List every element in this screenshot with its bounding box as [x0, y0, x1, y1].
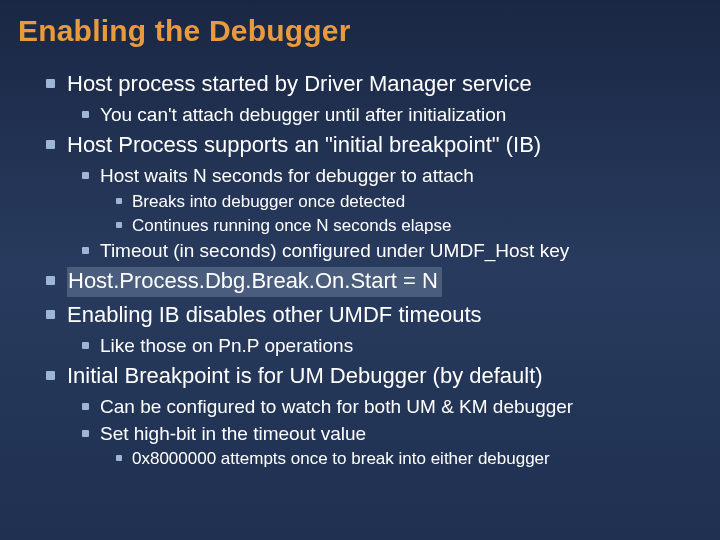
bullet-icon: [46, 276, 55, 285]
bullet-text: Breaks into debugger once detected: [132, 191, 405, 213]
bullet-l3: Breaks into debugger once detected: [116, 191, 720, 213]
bullet-l1: Enabling IB disables other UMDF timeouts: [46, 301, 720, 330]
bullet-icon: [116, 222, 122, 228]
bullet-text: Set high-bit in the timeout value: [100, 422, 366, 447]
bullet-icon: [46, 310, 55, 319]
bullet-text: Host process started by Driver Manager s…: [67, 70, 532, 99]
bullet-l2: Set high-bit in the timeout value: [82, 422, 720, 447]
slide-title: Enabling the Debugger: [0, 0, 720, 48]
bullet-icon: [82, 247, 89, 254]
bullet-text: Host Process supports an "initial breakp…: [67, 131, 541, 160]
bullet-text: Initial Breakpoint is for UM Debugger (b…: [67, 362, 543, 391]
bullet-icon: [82, 111, 89, 118]
bullet-icon: [46, 79, 55, 88]
bullet-text: Host waits N seconds for debugger to att…: [100, 164, 474, 189]
bullet-l1: Initial Breakpoint is for UM Debugger (b…: [46, 362, 720, 391]
bullet-icon: [46, 371, 55, 380]
bullet-l3: 0x8000000 attempts once to break into ei…: [116, 448, 720, 470]
bullet-icon: [82, 403, 89, 410]
bullet-l1: Host process started by Driver Manager s…: [46, 70, 720, 99]
bullet-l3: Continues running once N seconds elapse: [116, 215, 720, 237]
slide-content: Host process started by Driver Manager s…: [0, 48, 720, 470]
bullet-icon: [82, 430, 89, 437]
bullet-l2: Can be configured to watch for both UM &…: [82, 395, 720, 420]
bullet-text: 0x8000000 attempts once to break into ei…: [132, 448, 550, 470]
bullet-l1: Host Process supports an "initial breakp…: [46, 131, 720, 160]
slide: Enabling the Debugger Host process start…: [0, 0, 720, 540]
bullet-text: Continues running once N seconds elapse: [132, 215, 451, 237]
bullet-icon: [116, 455, 122, 461]
bullet-l2: Like those on Pn.P operations: [82, 334, 720, 359]
bullet-text: Enabling IB disables other UMDF timeouts: [67, 301, 482, 330]
bullet-text: Can be configured to watch for both UM &…: [100, 395, 573, 420]
bullet-text: You can't attach debugger until after in…: [100, 103, 506, 128]
bullet-l2: Timeout (in seconds) configured under UM…: [82, 239, 720, 264]
bullet-l2: You can't attach debugger until after in…: [82, 103, 720, 128]
bullet-text: Like those on Pn.P operations: [100, 334, 353, 359]
bullet-icon: [46, 140, 55, 149]
bullet-l2: Host waits N seconds for debugger to att…: [82, 164, 720, 189]
bullet-text-highlight: Host.Process.Dbg.Break.On.Start = N: [67, 267, 442, 297]
bullet-text: Timeout (in seconds) configured under UM…: [100, 239, 569, 264]
bullet-icon: [82, 342, 89, 349]
bullet-l1: Host.Process.Dbg.Break.On.Start = N: [46, 267, 720, 297]
bullet-icon: [116, 198, 122, 204]
bullet-icon: [82, 172, 89, 179]
